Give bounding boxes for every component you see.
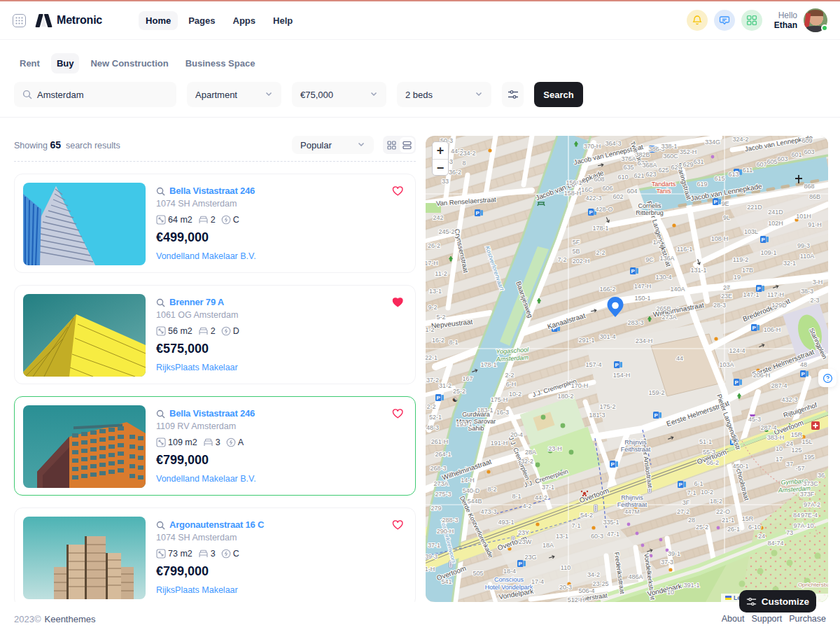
svg-text:447M: 447M bbox=[624, 508, 639, 515]
svg-text:10-2: 10-2 bbox=[509, 391, 522, 398]
svg-text:15L: 15L bbox=[802, 438, 812, 445]
svg-text:48-3: 48-3 bbox=[426, 424, 439, 431]
svg-text:31-2: 31-2 bbox=[439, 382, 451, 389]
svg-text:352-H: 352-H bbox=[680, 148, 697, 155]
svg-text:P: P bbox=[631, 268, 636, 274]
svg-text:9L: 9L bbox=[723, 214, 730, 221]
svg-text:18A: 18A bbox=[542, 542, 554, 549]
svg-text:P: P bbox=[615, 362, 620, 368]
svg-text:97A-10: 97A-10 bbox=[793, 522, 813, 529]
svg-text:124-4: 124-4 bbox=[729, 347, 745, 354]
svg-text:20-3: 20-3 bbox=[559, 584, 572, 591]
svg-text:28: 28 bbox=[688, 517, 695, 524]
svg-text:21-1: 21-1 bbox=[722, 517, 734, 524]
svg-text:868: 868 bbox=[804, 183, 814, 190]
svg-text:621: 621 bbox=[634, 172, 644, 179]
svg-text:610: 610 bbox=[617, 174, 628, 181]
svg-text:20-4: 20-4 bbox=[510, 431, 523, 438]
svg-text:22-1: 22-1 bbox=[426, 354, 438, 361]
svg-text:P: P bbox=[519, 561, 523, 567]
svg-text:3F: 3F bbox=[682, 499, 690, 506]
svg-text:602: 602 bbox=[612, 193, 623, 200]
svg-text:611: 611 bbox=[743, 167, 752, 174]
svg-text:505: 505 bbox=[472, 570, 483, 577]
svg-text:370-H: 370-H bbox=[584, 143, 601, 150]
svg-text:154-H: 154-H bbox=[613, 372, 631, 379]
svg-text:5-2: 5-2 bbox=[436, 314, 445, 321]
svg-text:24: 24 bbox=[758, 533, 765, 540]
svg-text:P: P bbox=[437, 395, 441, 401]
svg-text:391-1: 391-1 bbox=[683, 582, 699, 589]
svg-text:32-2: 32-2 bbox=[521, 458, 533, 465]
svg-text:9C: 9C bbox=[645, 256, 654, 263]
svg-text:36: 36 bbox=[818, 472, 825, 479]
svg-text:24: 24 bbox=[786, 440, 793, 447]
svg-text:17: 17 bbox=[776, 456, 783, 463]
svg-text:P: P bbox=[679, 482, 683, 488]
svg-text:486A: 486A bbox=[628, 573, 643, 580]
svg-text:268-3: 268-3 bbox=[430, 465, 446, 472]
svg-text:23G: 23G bbox=[524, 554, 536, 561]
svg-text:261-H: 261-H bbox=[431, 438, 449, 445]
svg-text:360C: 360C bbox=[663, 153, 678, 160]
svg-text:450-1: 450-1 bbox=[732, 463, 748, 470]
svg-text:14-H: 14-H bbox=[461, 477, 475, 484]
svg-text:265B: 265B bbox=[656, 305, 671, 312]
svg-text:22-O: 22-O bbox=[716, 508, 730, 515]
svg-text:195: 195 bbox=[804, 454, 814, 461]
svg-text:45-3: 45-3 bbox=[748, 416, 761, 423]
svg-text:383-H: 383-H bbox=[767, 434, 785, 441]
svg-text:5B: 5B bbox=[572, 248, 580, 255]
svg-text:9-2: 9-2 bbox=[428, 304, 437, 311]
svg-text:629: 629 bbox=[682, 161, 693, 168]
svg-text:Conscious: Conscious bbox=[494, 576, 524, 583]
svg-text:147-1: 147-1 bbox=[743, 291, 759, 298]
svg-text:382B: 382B bbox=[635, 151, 650, 158]
svg-text:P: P bbox=[611, 461, 615, 468]
svg-text:19: 19 bbox=[734, 274, 741, 281]
svg-text:373C: 373C bbox=[803, 480, 818, 487]
svg-text:150-1: 150-1 bbox=[634, 295, 650, 302]
svg-text:110: 110 bbox=[561, 564, 570, 571]
svg-text:373F: 373F bbox=[800, 491, 815, 498]
svg-text:8-1: 8-1 bbox=[512, 493, 521, 500]
svg-text:1-2: 1-2 bbox=[426, 326, 435, 333]
svg-text:Tandarts: Tandarts bbox=[652, 181, 676, 188]
svg-text:55-3: 55-3 bbox=[703, 449, 715, 456]
svg-text:613: 613 bbox=[728, 171, 738, 178]
svg-text:6-10: 6-10 bbox=[748, 524, 761, 531]
svg-text:P: P bbox=[802, 371, 806, 377]
svg-text:9E: 9E bbox=[721, 200, 729, 207]
svg-text:625: 625 bbox=[658, 167, 668, 174]
svg-text:Rhijnvis: Rhijnvis bbox=[621, 494, 643, 501]
svg-text:66-2: 66-2 bbox=[706, 459, 719, 466]
svg-text:28A: 28A bbox=[525, 449, 536, 456]
svg-text:10-2: 10-2 bbox=[701, 489, 713, 496]
svg-text:140A: 140A bbox=[670, 286, 685, 293]
svg-text:P: P bbox=[762, 237, 766, 243]
svg-text:38-3: 38-3 bbox=[801, 288, 813, 295]
svg-text:147-H: 147-H bbox=[634, 283, 652, 290]
svg-text:16-2: 16-2 bbox=[432, 337, 444, 344]
svg-text:17B: 17B bbox=[742, 267, 753, 274]
svg-text:13-1: 13-1 bbox=[556, 533, 568, 540]
svg-text:117-H: 117-H bbox=[767, 291, 784, 298]
svg-text:37-3: 37-3 bbox=[661, 559, 673, 566]
svg-text:13-1: 13-1 bbox=[429, 288, 442, 295]
svg-text:6-1: 6-1 bbox=[694, 480, 703, 487]
svg-text:10: 10 bbox=[667, 589, 674, 596]
svg-text:158-H: 158-H bbox=[564, 190, 582, 197]
svg-text:11-2: 11-2 bbox=[435, 270, 447, 277]
svg-text:242: 242 bbox=[433, 214, 443, 221]
svg-text:170-H: 170-H bbox=[571, 382, 589, 389]
svg-text:101H: 101H bbox=[796, 213, 811, 220]
svg-text:605: 605 bbox=[766, 158, 777, 165]
svg-text:Tanis: Tanis bbox=[656, 188, 671, 195]
svg-text:175-2: 175-2 bbox=[599, 403, 615, 410]
svg-text:109-1: 109-1 bbox=[760, 249, 776, 256]
svg-text:23-H: 23-H bbox=[548, 445, 562, 452]
svg-text:422-3: 422-3 bbox=[585, 195, 601, 202]
svg-text:181-3: 181-3 bbox=[589, 412, 605, 419]
svg-text:37: 37 bbox=[786, 461, 793, 468]
svg-text:Rhijnvis: Rhijnvis bbox=[624, 439, 647, 446]
